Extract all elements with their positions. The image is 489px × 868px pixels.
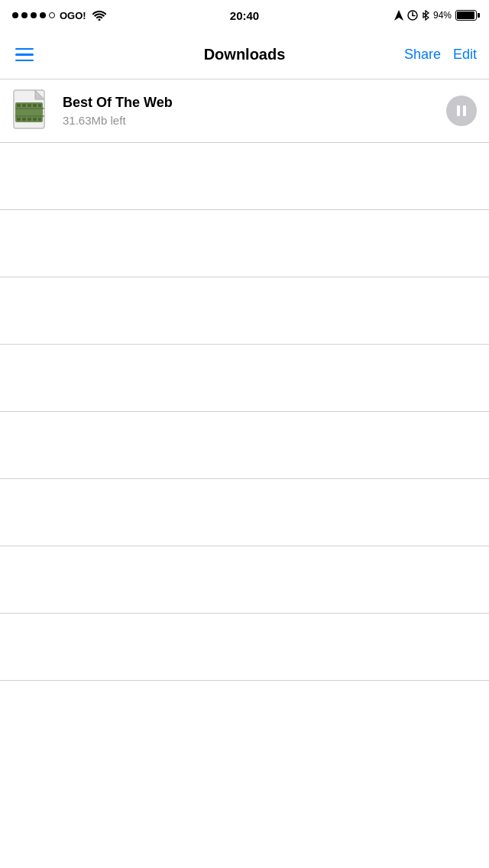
svg-rect-10 <box>38 104 41 107</box>
pause-bar-left <box>457 105 460 116</box>
menu-line-2 <box>15 53 34 56</box>
file-name-0: Best Of The Web <box>63 95 446 111</box>
empty-row-5 <box>0 412 489 479</box>
bluetooth-icon <box>422 10 429 21</box>
file-status-0: 31.63Mb left <box>63 114 446 127</box>
clock-icon <box>407 10 418 21</box>
status-left: OGO! <box>12 10 106 21</box>
svg-rect-15 <box>38 118 41 121</box>
carrier-name: OGO! <box>60 10 86 21</box>
empty-row-4 <box>0 345 489 412</box>
svg-rect-11 <box>17 118 21 121</box>
wifi-icon <box>92 10 106 21</box>
empty-row-8 <box>0 614 489 681</box>
share-button[interactable]: Share <box>404 47 441 63</box>
signal-dot-5 <box>49 12 55 18</box>
svg-rect-14 <box>33 118 37 121</box>
hamburger-menu-button[interactable] <box>12 45 37 65</box>
status-right: 94% <box>394 10 477 21</box>
signal-dot-1 <box>12 12 18 18</box>
empty-row-6 <box>0 479 489 546</box>
pause-button-0[interactable] <box>446 96 477 126</box>
svg-rect-8 <box>28 104 31 107</box>
status-bar: OGO! 20:40 94% <box>0 0 489 31</box>
signal-dots <box>12 12 55 18</box>
downloads-list: Best Of The Web 31.63Mb left <box>0 79 489 681</box>
battery-icon <box>455 10 477 21</box>
nav-actions: Share Edit <box>404 47 477 63</box>
empty-row-2 <box>0 210 489 277</box>
empty-row-1 <box>0 143 489 210</box>
svg-rect-9 <box>33 104 37 107</box>
edit-button[interactable]: Edit <box>453 47 477 63</box>
pause-bar-right <box>463 105 466 116</box>
file-icon <box>12 89 52 133</box>
location-icon <box>394 10 403 21</box>
signal-dot-3 <box>31 12 37 18</box>
battery-percent: 94% <box>433 10 452 21</box>
signal-dot-2 <box>21 12 28 18</box>
svg-rect-6 <box>17 104 21 107</box>
file-info-0: Best Of The Web 31.63Mb left <box>63 95 446 127</box>
signal-dot-4 <box>40 12 46 18</box>
svg-rect-12 <box>22 118 26 121</box>
pause-icon <box>455 105 468 117</box>
page-title: Downloads <box>204 46 286 63</box>
svg-rect-7 <box>22 104 26 107</box>
download-item-0[interactable]: Best Of The Web 31.63Mb left <box>0 79 489 143</box>
status-time: 20:40 <box>230 9 259 22</box>
nav-bar: Downloads Share Edit <box>0 31 489 79</box>
empty-row-3 <box>0 277 489 345</box>
battery-fill <box>457 11 474 19</box>
menu-line-3 <box>15 60 34 62</box>
menu-line-1 <box>15 48 34 50</box>
empty-row-7 <box>0 546 489 614</box>
svg-rect-13 <box>28 118 31 121</box>
